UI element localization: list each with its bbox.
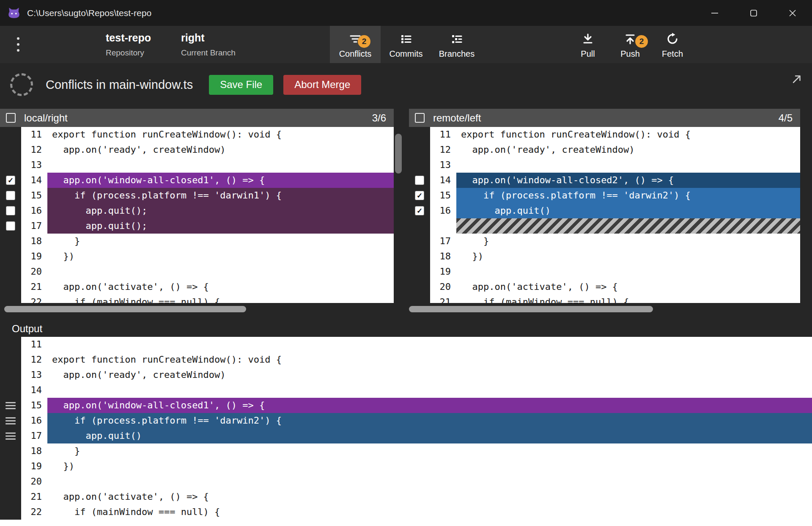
gutter-cell [0, 142, 21, 157]
select-all-checkbox[interactable] [415, 113, 425, 123]
code-line-row: ✓14 app.on('window-all-closed1', () => { [0, 173, 394, 188]
line-number: 21 [21, 489, 47, 504]
output-header: Output [0, 320, 812, 337]
code-line-row: 17 app.quit() [0, 428, 812, 443]
code-line-row: 16 app.quit(); [0, 203, 394, 218]
gutter-cell [409, 218, 430, 234]
code-text: } [47, 443, 812, 459]
code-text: if (process.platform !== 'darwin1') { [47, 188, 394, 203]
line-number: 19 [21, 249, 47, 264]
nav-branches-button[interactable]: Branches [431, 26, 482, 63]
local-pane-counter: 3/6 [372, 112, 386, 124]
line-number: 20 [21, 474, 47, 489]
gutter-cell [0, 279, 21, 295]
line-number: 14 [430, 173, 456, 188]
code-line-row: 21 app.on('activate', () => { [0, 279, 394, 295]
code-line-row: 19 [409, 264, 800, 279]
app-icon [7, 6, 21, 20]
maximize-button[interactable] [734, 0, 773, 26]
push-button[interactable]: 2 Push [609, 26, 651, 63]
line-number: 17 [21, 218, 47, 234]
line-number: 11 [430, 127, 456, 142]
code-line-row: 22 if (mainWindow === null) { [0, 295, 394, 303]
select-all-checkbox[interactable] [6, 113, 16, 123]
code-text: app.quit(); [47, 203, 394, 218]
nav-commits-button[interactable]: Commits [381, 26, 431, 63]
gutter-cell [0, 337, 21, 352]
code-line-row: 13 app.on('ready', createWindow) [0, 367, 812, 383]
code-line-row: 18 } [0, 234, 394, 249]
repo-selector[interactable]: test-repo Repository [106, 32, 151, 58]
save-file-button[interactable]: Save File [209, 75, 273, 95]
line-number: 18 [21, 234, 47, 249]
title-bar: C:\Users\sugto\Repos\test-repo [0, 0, 812, 26]
gutter-cell [409, 157, 430, 173]
gutter-cell [409, 295, 430, 303]
line-checkbox[interactable] [6, 206, 15, 215]
close-button[interactable] [773, 0, 812, 26]
line-number: 19 [21, 459, 47, 474]
window-controls [695, 0, 812, 26]
minimize-button[interactable] [695, 0, 734, 26]
line-checkbox[interactable]: ✓ [415, 191, 424, 200]
gutter-cell [0, 367, 21, 383]
code-line-row: 11export function runCreateWindow(): voi… [0, 127, 394, 142]
output-code-view: 1112export function runCreateWindow(): v… [0, 337, 812, 526]
code-line-row: 20 [0, 264, 394, 279]
window-title: C:\Users\sugto\Repos\test-repo [27, 8, 151, 18]
code-line-row: 19 }) [0, 249, 394, 264]
kebab-menu-icon[interactable] [10, 26, 27, 63]
line-number: 17 [430, 234, 456, 249]
code-text: export function runCreateWindow(): void … [47, 352, 812, 367]
vertical-scrollbar-thumb[interactable] [395, 134, 402, 173]
pull-button[interactable]: Pull [567, 26, 609, 63]
code-text: if (mainWindow === null) { [47, 295, 394, 303]
line-number: 19 [430, 264, 456, 279]
code-line-row: ✓16 app.quit() [409, 203, 800, 218]
fetch-button[interactable]: Fetch [651, 26, 694, 63]
line-checkbox[interactable]: ✓ [415, 206, 424, 215]
branch-selector[interactable]: right Current Branch [181, 32, 236, 58]
code-line-row: 21 if (mainWindow === null) { [409, 295, 800, 303]
code-text: app.quit() [456, 203, 800, 218]
drag-handle-icon[interactable] [5, 432, 16, 440]
branches-list-icon [450, 33, 463, 47]
line-checkbox[interactable]: ✓ [6, 176, 15, 185]
line-checkbox[interactable] [6, 191, 15, 200]
code-line-row: 11 [0, 337, 812, 352]
gutter-cell: ✓ [409, 203, 430, 218]
abort-merge-button[interactable]: Abort Merge [283, 75, 361, 95]
line-checkbox[interactable] [415, 176, 424, 185]
branch-label: Current Branch [181, 48, 236, 58]
code-text [47, 337, 812, 352]
nav-conflicts-button[interactable]: 2 Conflicts [330, 26, 381, 63]
line-checkbox[interactable] [6, 221, 15, 231]
line-number: 11 [21, 337, 47, 352]
code-text [456, 157, 800, 173]
drag-handle-icon[interactable] [5, 402, 16, 409]
line-number: 13 [21, 157, 47, 173]
code-text [456, 264, 800, 279]
commits-list-icon [400, 33, 412, 47]
code-line-row: 17 app.quit(); [0, 218, 394, 234]
code-text: app.on('ready', createWindow) [456, 142, 800, 157]
code-line-row: 20 [0, 474, 812, 489]
code-text: app.quit(); [47, 218, 394, 234]
code-line-row: 11export function runCreateWindow(): voi… [409, 127, 800, 142]
horizontal-scrollbar-right[interactable] [409, 306, 653, 312]
gutter-cell [0, 295, 21, 303]
drag-handle-icon[interactable] [5, 417, 16, 424]
line-number: 12 [430, 142, 456, 157]
pull-download-icon [582, 33, 594, 47]
expand-corner-arrow-icon[interactable] [791, 73, 803, 87]
main-nav: 2 Conflicts Commits Branches [330, 26, 482, 63]
gutter-cell [0, 188, 21, 203]
remote-code-view: 11export function runCreateWindow(): voi… [409, 127, 800, 303]
gutter-cell [0, 459, 21, 474]
line-number: 18 [430, 249, 456, 264]
local-pane: local/right 3/6 11export function runCre… [0, 109, 394, 303]
local-pane-header: local/right 3/6 [0, 109, 394, 127]
fetch-refresh-icon [666, 33, 679, 47]
line-number: 21 [21, 279, 47, 295]
horizontal-scrollbar-left[interactable] [4, 306, 246, 312]
